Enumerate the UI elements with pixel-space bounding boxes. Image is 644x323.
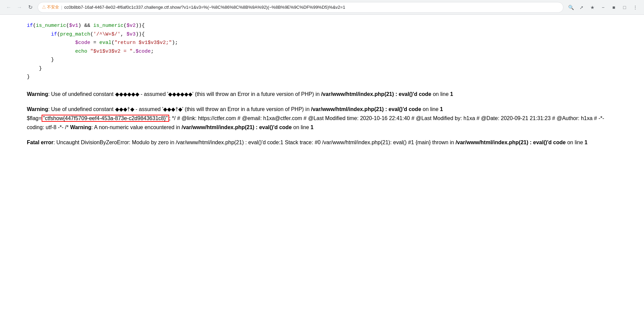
code-line-3: $code = eval("return $v1$v3$v2;"); <box>27 39 617 47</box>
warning1-linenum: 1 <box>450 91 453 97</box>
bookmark-search-button[interactable]: 🔍 <box>566 3 576 12</box>
func-eval: eval <box>99 40 111 46</box>
bookmark-button[interactable]: ★ <box>588 3 597 12</box>
warning3-path: /var/www/html/index.php(21) : eval()'d c… <box>182 124 292 130</box>
fatal-path: /var/www/html/index.php(21) : eval()'d c… <box>455 140 565 145</box>
page-content: if(is_numeric($v1) && is_numeric($v2)){ … <box>0 15 644 160</box>
browser-actions: 🔍 ➚ ★ − ■ □ ⋮ <box>566 3 640 12</box>
regex-string: '/^\W+$/' <box>93 32 120 37</box>
warning1-block: Warning: Use of undefined constant ◆◆◆◆◆… <box>27 90 617 99</box>
fatal-label: Fatal error <box>27 140 53 145</box>
fatal-block: Fatal error: Uncaught DivisionByZeroErro… <box>27 138 617 147</box>
warning3-linenum: 1 <box>310 124 313 130</box>
echo-string: "$v1$v3$v2 = " <box>90 49 133 54</box>
address-bar[interactable]: △ 不安全 | cc0b8bb7-16af-4467-8e02-4f6af0c1… <box>38 2 563 13</box>
warning2-text: : Use of undefined constant ◆◆◆†◆ - assu… <box>48 106 311 112</box>
code-block: if(is_numeric($v1) && is_numeric($v2)){ … <box>27 21 617 82</box>
warning2-label: Warning <box>27 106 48 112</box>
func-is-numeric-1: is_numeric <box>36 23 66 29</box>
code-line-4: echo "$v1$v3$v2 = ".$code; <box>27 47 617 56</box>
profile-button[interactable]: − <box>598 3 608 12</box>
fatal-line: on line <box>566 140 585 145</box>
messages-block: Warning: Use of undefined constant ◆◆◆◆◆… <box>27 90 617 147</box>
warning3-text: : A non-numeric value encountered in <box>91 124 182 130</box>
eval-string: "return $v1$v3$v2;" <box>114 40 172 46</box>
warning3-line: on line <box>292 124 310 130</box>
code-line-5: } <box>27 56 617 64</box>
security-label: 不安全 <box>47 5 59 9</box>
code-line-1: if(is_numeric($v1) && is_numeric($v2)){ <box>27 21 617 30</box>
var-code-ref: $code <box>136 49 151 54</box>
warning1-line: on line <box>431 91 450 97</box>
warning1-text: : Use of undefined constant ◆◆◆◆◆◆ - ass… <box>48 91 321 97</box>
menu-button[interactable]: ⋮ <box>631 3 640 12</box>
reload-button[interactable]: ↻ <box>26 3 35 12</box>
var-v3-1: $v3 <box>127 32 136 37</box>
keyword-if-2: if <box>51 32 57 37</box>
url-separator: | <box>61 5 62 10</box>
warning1-path: /var/www/html/index.php(21) : eval()'d c… <box>321 91 431 97</box>
func-is-numeric-2: is_numeric <box>93 23 123 29</box>
code-line-6: } <box>27 64 617 73</box>
back-button[interactable]: ← <box>4 3 13 12</box>
code-line-2: if(preg_match('/^\W+$/', $v3)){ <box>27 30 617 39</box>
flag-value: "ctfshow{447f5709-eef4-453a-873e-c2d9843… <box>42 115 169 122</box>
warning1-label: Warning <box>27 91 48 97</box>
warning2-block: Warning: Use of undefined constant ◆◆◆†◆… <box>27 105 617 132</box>
warning3-label: Warning <box>70 124 91 130</box>
nav-buttons: ← → ↻ <box>4 3 35 12</box>
code-line-7: } <box>27 73 617 82</box>
var-code-assign: $code <box>75 40 90 46</box>
func-echo: echo <box>75 49 87 54</box>
maximize-button[interactable]: □ <box>620 3 629 12</box>
warning2-linenum: 1 <box>440 106 443 112</box>
url-text: cc0b8bb7-16af-4467-8e02-4f6af0c1c337.cha… <box>64 5 559 10</box>
browser-chrome: ← → ↻ △ 不安全 | cc0b8bb7-16af-4467-8e02-4f… <box>0 0 644 15</box>
var-v2: $v2 <box>127 23 136 29</box>
extensions-button[interactable]: ■ <box>609 3 618 12</box>
fatal-linenum: 1 <box>585 140 588 145</box>
flag-prefix: $flag= <box>27 115 42 121</box>
security-icon: △ 不安全 <box>42 4 59 10</box>
keyword-if-1: if <box>27 23 33 29</box>
fatal-text: : Uncaught DivisionByZeroError: Modulo b… <box>53 140 455 145</box>
forward-button[interactable]: → <box>15 3 24 12</box>
func-preg-match: preg_match <box>60 32 90 37</box>
share-button[interactable]: ➚ <box>577 3 586 12</box>
warning2-path: /var/www/html/index.php(21) : eval()'d c… <box>311 106 421 112</box>
warning2-line: on line <box>421 106 440 112</box>
var-v1: $v1 <box>69 23 78 29</box>
